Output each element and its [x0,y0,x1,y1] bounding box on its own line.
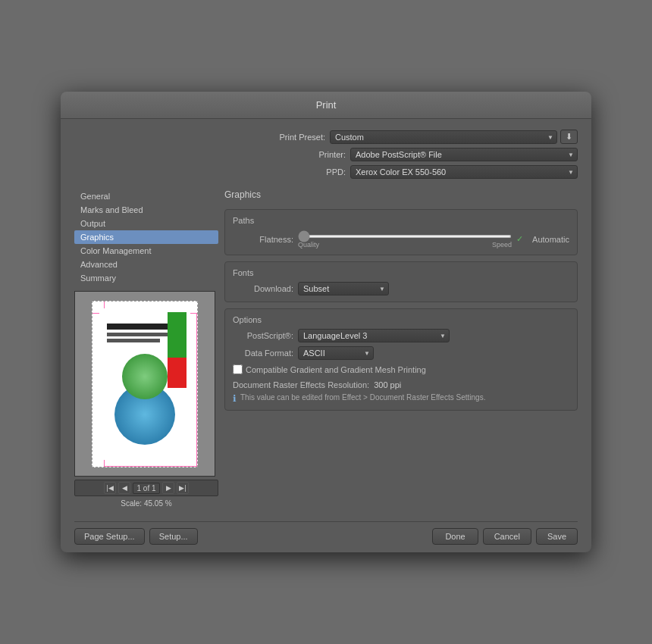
print-preset-select-wrapper: Custom [330,130,557,144]
download-label: Download: [233,284,293,293]
ppd-select-wrapper: Xerox Color EX 550-560 [350,165,578,179]
paths-panel: Paths Flatness: Quality Speed ✓ Automati… [224,209,578,255]
sidebar-item-marks-bleed[interactable]: Marks and Bleed [74,203,218,217]
gradient-checkbox-row: Compatible Gradient and Gradient Mesh Pr… [233,364,569,374]
body-area: General Marks and Bleed Output Graphics … [74,189,578,508]
page-input[interactable] [133,483,160,494]
done-button[interactable]: Done [432,528,478,545]
flatness-slider-wrapper: Quality Speed [298,230,512,249]
data-format-row: Data Format: ASCII Binary [233,346,569,360]
data-format-select-wrapper: ASCII Binary [298,346,374,360]
print-dialog: Print Print Preset: Custom ⬇ Printer: [61,92,591,552]
footer-left: Page Setup... Setup... [74,528,198,545]
sidebar: General Marks and Bleed Output Graphics … [74,189,218,508]
first-page-button[interactable]: |◀ [104,482,116,494]
info-text: This value can be edited from Effect > D… [240,392,485,402]
print-preview [74,291,215,477]
gradient-checkbox[interactable] [233,364,243,374]
print-preset-label: Print Preset: [265,133,325,142]
ppd-row: PPD: Xerox Color EX 550-560 [74,165,578,179]
prev-page-button[interactable]: ◀ [118,482,130,494]
flatness-slider[interactable] [298,235,512,238]
paths-title: Paths [233,216,569,225]
automatic-check: ✓ [516,234,523,244]
last-page-button[interactable]: ▶| [177,482,189,494]
raster-row: Document Raster Effects Resolution: 300 … [233,380,569,389]
sidebar-item-general[interactable]: General [74,189,218,203]
graphics-preview-content [99,308,190,460]
fonts-panel: Fonts Download: None Subset Complete [224,261,578,302]
gfx-rect-2 [168,358,187,388]
raster-label: Document Raster Effects Resolution: [233,380,369,389]
automatic-label: Automatic [532,235,569,244]
gfx-bar-1 [107,324,175,330]
right-panel: Graphics Paths Flatness: Quality Speed [224,189,578,508]
postscript-label: PostScript®: [233,331,293,340]
postscript-row: PostScript®: LanguageLevel 2 LanguageLev… [233,329,569,342]
gradient-label: Compatible Gradient and Gradient Mesh Pr… [246,365,426,374]
info-row: ℹ This value can be edited from Effect >… [233,392,569,404]
save-preset-button[interactable]: ⬇ [560,130,578,144]
footer-right: Done Cancel Save [432,528,578,545]
options-title: Options [233,315,569,324]
footer: Page Setup... Setup... Done Cancel Save [74,521,578,545]
gfx-bar-3 [107,339,160,342]
gfx-bar-2 [107,333,175,336]
sidebar-item-summary[interactable]: Summary [74,271,218,285]
dialog-title: Print [61,92,591,119]
info-icon: ℹ [233,393,237,404]
data-format-label: Data Format: [233,349,293,358]
save-button[interactable]: Save [536,528,578,545]
pagination-row: |◀ ◀ ▶ ▶| [74,480,218,496]
download-select-wrapper: None Subset Complete [298,282,389,295]
printer-select[interactable]: Adobe PostScript® File [350,148,578,161]
postscript-select-wrapper: LanguageLevel 2 LanguageLevel 3 [298,329,450,342]
ppd-label: PPD: [285,167,346,177]
next-page-button[interactable]: ▶ [162,482,174,494]
download-select[interactable]: None Subset Complete [298,282,389,295]
top-fields: Print Preset: Custom ⬇ Printer: Adobe Po… [74,130,578,179]
sidebar-item-advanced[interactable]: Advanced [74,258,218,271]
sidebar-item-output[interactable]: Output [74,217,218,230]
fonts-title: Fonts [233,268,569,277]
page-setup-button[interactable]: Page Setup... [74,528,145,545]
printer-label: Printer: [285,150,346,159]
preview-inner [92,301,198,467]
print-preset-controls: Custom ⬇ [330,130,578,144]
download-row: Download: None Subset Complete [233,282,569,295]
sidebar-item-color-management[interactable]: Color Management [74,244,218,258]
ppd-select[interactable]: Xerox Color EX 550-560 [350,165,578,179]
scale-label: Scale: 45.05 % [74,499,218,508]
gfx-circle-2 [122,354,168,399]
flatness-row: Flatness: Quality Speed ✓ Automatic [233,230,569,249]
dialog-content: Print Preset: Custom ⬇ Printer: Adobe Po… [61,119,591,552]
flatness-label: Flatness: [233,235,293,244]
postscript-select[interactable]: LanguageLevel 2 LanguageLevel 3 [298,329,450,342]
raster-value: 300 ppi [374,380,401,389]
sidebar-item-graphics[interactable]: Graphics [74,230,218,244]
cancel-button[interactable]: Cancel [483,528,531,545]
print-preset-select[interactable]: Custom [330,130,557,144]
graphics-section-title: Graphics [224,189,578,200]
options-panel: Options PostScript®: LanguageLevel 2 Lan… [224,308,578,411]
printer-row: Printer: Adobe PostScript® File [74,148,578,161]
gfx-rect-1 [168,312,187,358]
data-format-select[interactable]: ASCII Binary [298,346,374,360]
printer-select-wrapper: Adobe PostScript® File [350,148,578,161]
print-preset-row: Print Preset: Custom ⬇ [74,130,578,144]
setup-button[interactable]: Setup... [149,528,198,545]
